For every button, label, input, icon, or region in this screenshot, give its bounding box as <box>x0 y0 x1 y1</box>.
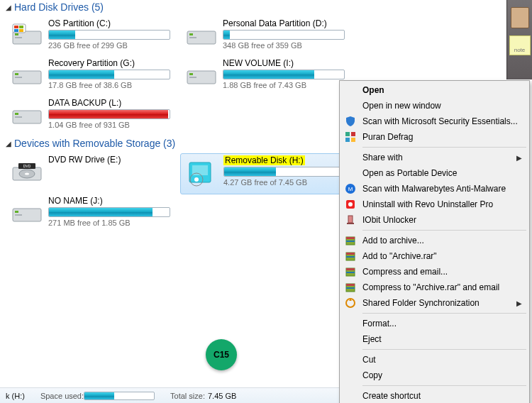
svg-rect-13 <box>15 77 22 78</box>
svg-rect-46 <box>346 253 355 255</box>
menu-item[interactable]: Cut <box>341 352 528 368</box>
hard-drive-icon <box>11 101 43 129</box>
svg-rect-4 <box>14 26 18 28</box>
svg-rect-1 <box>15 33 18 35</box>
menu-item[interactable]: Add to archive... <box>341 233 528 248</box>
hard-drive-icon <box>11 199 43 227</box>
menu-item[interactable]: Shared Folder Synchronization ▶ <box>341 295 528 311</box>
menu-item-label: Format... <box>362 319 397 329</box>
menu-item-label: Compress and email... <box>362 267 448 277</box>
svg-rect-7 <box>19 29 23 32</box>
status-space-used-label: Space used: <box>40 392 84 400</box>
hard-drive-icon <box>11 21 43 50</box>
menu-item-label: Open as Portable Device <box>362 168 457 178</box>
svg-rect-15 <box>189 73 193 75</box>
svg-rect-50 <box>346 272 355 273</box>
drive-name: Personal Data Partition (D:) <box>223 18 327 28</box>
capacity-bar <box>223 70 345 79</box>
menu-item[interactable]: Compress and email... <box>341 264 528 280</box>
submenu-arrow-icon: ▶ <box>516 154 522 162</box>
menu-item[interactable]: Eject <box>341 331 528 347</box>
svg-rect-2 <box>15 37 22 38</box>
menu-item-label: IObit Unlocker <box>362 215 416 225</box>
svg-rect-43 <box>346 237 355 239</box>
drive-item[interactable]: Personal Data Partition (D:) 348 GB free… <box>180 17 355 57</box>
capacity-bar <box>48 70 170 79</box>
menu-item-label: Puran Defrag <box>362 132 413 142</box>
svg-rect-10 <box>189 37 196 38</box>
svg-rect-35 <box>351 138 355 142</box>
menu-item[interactable]: Share with ▶ <box>341 150 528 165</box>
section-header-hdd[interactable]: ◢ Hard Disk Drives (5) <box>6 0 526 17</box>
menu-item[interactable]: Open <box>341 82 528 98</box>
menu-separator <box>362 230 526 231</box>
menu-item-label: Uninstall with Revo Uninstaller Pro <box>362 199 493 209</box>
drive-free-text: 348 GB free of 359 GB <box>223 40 352 50</box>
drive-name: Recovery Partition (G:) <box>48 58 135 68</box>
refresh-badge[interactable]: C15 <box>206 339 237 370</box>
menu-item[interactable]: IObit Unlocker <box>341 212 528 228</box>
drive-name: Removable Disk (H:) <box>223 155 305 165</box>
menu-item[interactable]: Format... <box>341 316 528 331</box>
drive-name: NEW VOLUME (I:) <box>223 58 294 68</box>
drive-icon-wrap <box>10 196 44 230</box>
menu-item[interactable]: Add to "Archive.rar" <box>341 248 528 264</box>
menu-item[interactable]: M Scan with Malwarebytes Anti-Malware <box>341 181 528 197</box>
drive-item[interactable]: DATA BACKUP (L:) 1.04 GB free of 931 GB <box>6 96 180 136</box>
menu-item[interactable]: Puran Defrag <box>341 129 528 145</box>
menu-separator <box>362 313 526 314</box>
status-total-value: 7.45 GB <box>208 392 236 400</box>
collapse-icon: ◢ <box>6 4 11 11</box>
drive-item[interactable]: NO NAME (J:) 271 MB free of 1.85 GB <box>6 194 180 234</box>
menu-item-label: Open in new window <box>362 101 441 111</box>
hard-drive-icon <box>186 21 217 50</box>
menu-item[interactable]: Create shortcut <box>341 388 528 403</box>
svg-text:M: M <box>348 186 353 192</box>
sync-icon <box>345 297 356 309</box>
desktop-strip: note <box>506 0 532 79</box>
menu-item[interactable]: Copy <box>341 368 528 383</box>
svg-rect-12 <box>15 73 18 75</box>
menu-item[interactable]: Open as Portable Device <box>341 165 528 181</box>
menu-item-label: Eject <box>362 334 382 344</box>
menu-item[interactable]: Uninstall with Revo Uninstaller Pro <box>341 197 528 212</box>
drive-name: DATA BACKUP (L:) <box>48 98 121 108</box>
svg-rect-53 <box>346 287 355 289</box>
context-menu[interactable]: Open Open in new window Scan with Micros… <box>339 80 530 403</box>
drive-item[interactable]: NEW VOLUME (I:) 1.88 GB free of 7.43 GB <box>180 57 355 96</box>
shield-icon <box>345 116 356 127</box>
svg-rect-32 <box>345 132 350 136</box>
menu-item-label: Compress to "Archive.rar" and email <box>362 282 499 292</box>
desktop-photo-icon <box>511 7 529 28</box>
hard-drive-icon <box>186 61 217 89</box>
menu-item-label: Open <box>362 85 384 95</box>
drive-item[interactable]: Recovery Partition (G:) 17.8 GB free of … <box>6 57 180 96</box>
removable-drive-icon <box>187 158 218 187</box>
svg-point-39 <box>348 202 353 206</box>
menu-item-label: Scan with Malwarebytes Anti-Malware <box>362 184 506 194</box>
svg-rect-6 <box>14 29 18 32</box>
status-space-bar <box>84 392 155 400</box>
svg-rect-31 <box>15 214 22 216</box>
mbam-icon: M <box>345 183 356 194</box>
drive-item[interactable]: Removable Disk (H:) 4.27 GB free of 7.45… <box>180 153 355 194</box>
drive-item[interactable]: DVD DVD RW Drive (E:) <box>6 153 180 194</box>
drive-icon-wrap <box>184 58 218 92</box>
svg-rect-18 <box>15 113 18 115</box>
svg-rect-49 <box>346 268 355 270</box>
menu-item[interactable]: Open in new window <box>341 98 528 114</box>
svg-rect-33 <box>351 132 355 136</box>
svg-rect-34 <box>345 138 350 142</box>
svg-rect-5 <box>19 26 23 28</box>
capacity-bar <box>223 167 345 177</box>
archive-icon <box>345 282 356 293</box>
menu-item[interactable]: Scan with Microsoft Security Essentials.… <box>341 114 528 129</box>
sticky-note-icon[interactable]: note <box>509 35 531 55</box>
archive-icon <box>345 235 356 246</box>
collapse-icon: ◢ <box>6 140 11 148</box>
menu-item-label: Copy <box>362 370 382 380</box>
menu-item[interactable]: Compress to "Archive.rar" and email <box>341 280 528 295</box>
drive-item[interactable]: OS Partition (C:) 236 GB free of 299 GB <box>6 17 180 57</box>
drive-free-text: 1.04 GB free of 931 GB <box>48 119 177 129</box>
hard-drive-icon <box>11 61 43 89</box>
